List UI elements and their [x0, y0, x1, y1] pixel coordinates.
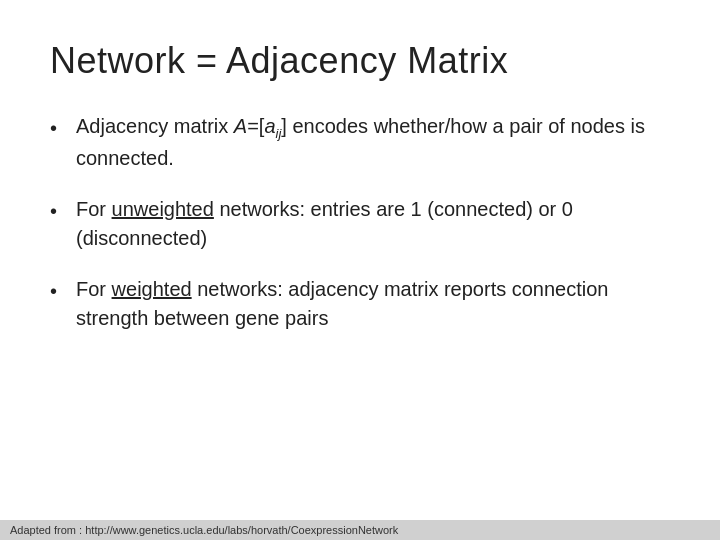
- bullet-text-2: For unweighted networks: entries are 1 (…: [76, 195, 670, 253]
- slide-container: Network = Adjacency Matrix • Adjacency m…: [0, 0, 720, 540]
- bullet-item-1: • Adjacency matrix A=[aij] encodes wheth…: [50, 112, 670, 173]
- bullet-text-1: Adjacency matrix A=[aij] encodes whether…: [76, 112, 670, 173]
- bullet-item-3: • For weighted networks: adjacency matri…: [50, 275, 670, 333]
- bullet-text-3: For weighted networks: adjacency matrix …: [76, 275, 670, 333]
- bullet-list: • Adjacency matrix A=[aij] encodes wheth…: [50, 112, 670, 520]
- underline-weighted: weighted: [112, 278, 192, 300]
- bullet-dot-3: •: [50, 277, 68, 306]
- underline-unweighted: unweighted: [112, 198, 214, 220]
- slide-footer: Adapted from : http://www.genetics.ucla.…: [0, 520, 720, 540]
- bullet-dot-2: •: [50, 197, 68, 226]
- bullet-item-2: • For unweighted networks: entries are 1…: [50, 195, 670, 253]
- bullet-dot-1: •: [50, 114, 68, 143]
- italic-a: A: [234, 115, 247, 137]
- footer-text: Adapted from : http://www.genetics.ucla.…: [10, 524, 398, 536]
- subscript-ij: ij: [276, 126, 282, 141]
- italic-aij: aij: [264, 115, 281, 137]
- slide-title: Network = Adjacency Matrix: [50, 40, 670, 82]
